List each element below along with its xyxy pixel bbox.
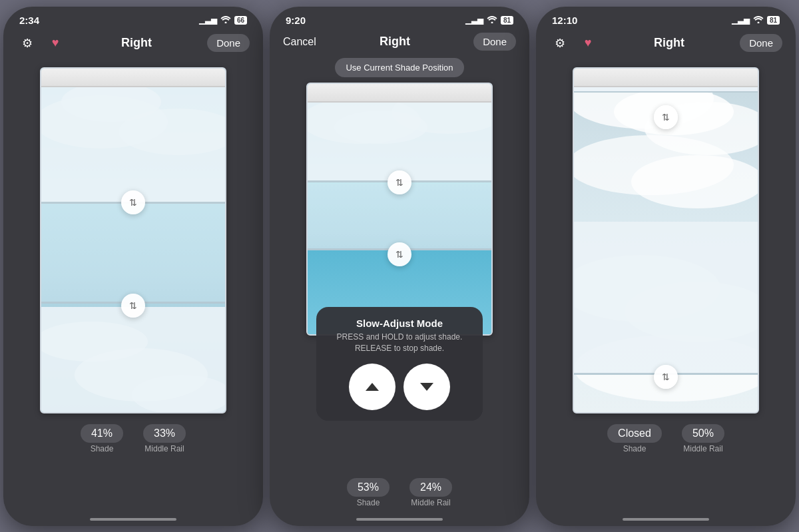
slow-adjust-up-btn[interactable]	[349, 364, 396, 410]
shade-label-3: Shade	[623, 444, 647, 453]
shade-stats-3: Closed Shade 50% Middle Rail	[607, 413, 724, 460]
bottom-panel-1	[41, 307, 225, 413]
status-icons-2: ▁▃▅ 81	[465, 15, 513, 25]
middle-rail-label-3: Middle Rail	[683, 444, 722, 453]
handle-bottom-3[interactable]: ⇅	[654, 365, 678, 389]
shade-label-2: Shade	[357, 498, 380, 507]
svg-point-0	[224, 21, 226, 23]
nav-left-3: ⚙ ♥	[549, 33, 599, 54]
shade-window-1: ⇅ ⇅	[40, 67, 226, 413]
nav-bar-1: ⚙ ♥ Right Done	[3, 29, 263, 61]
status-bar-1: 2:34 ▁▃▅ 66	[3, 7, 263, 29]
battery-1: 66	[234, 16, 247, 25]
status-time-2: 9:20	[286, 15, 306, 26]
nav-bar-2: Cancel Right Done	[270, 29, 529, 58]
phone-content-3: ⇅ ⇅ Closed Shade 50% Middle Rail	[536, 61, 796, 514]
status-icons-1: ▁▃▅ 66	[199, 15, 247, 25]
shade-stat-1: 41% Shade	[81, 424, 123, 453]
nav-bar-3: ⚙ ♥ Right Done	[536, 29, 796, 61]
phone-3: 12:10 ▁▃▅ 81 ⚙ ♥ Right Done	[536, 7, 796, 526]
nav-title-2: Right	[380, 35, 410, 49]
signal-icon-3: ▁▃▅	[732, 15, 750, 25]
gear-icon-3[interactable]: ⚙	[549, 33, 571, 54]
tooltip-popup-2: Slow-Adjust Mode PRESS and HOLD to adjus…	[316, 307, 483, 421]
heart-icon-3[interactable]: ♥	[577, 33, 599, 54]
nav-title-3: Right	[654, 36, 684, 50]
top-panel-3	[574, 87, 758, 93]
status-bar-3: 12:10 ▁▃▅ 81	[536, 7, 796, 29]
signal-icon-2: ▁▃▅	[465, 15, 483, 25]
status-icons-3: ▁▃▅ 81	[732, 15, 780, 25]
middle-rail-value-1: 33%	[143, 424, 186, 443]
shade-label-1: Shade	[91, 444, 114, 453]
middle-rail-value-3: 50%	[682, 424, 724, 443]
phone-content-1: ⇅ ⇅ 41% Shade 33% Middle Rail	[3, 61, 263, 514]
shade-stats-2: 53% Shade 24% Middle Rail	[347, 467, 452, 514]
tooltip-buttons-2	[330, 364, 469, 410]
middle-rail-stat-3: 50% Middle Rail	[682, 424, 724, 453]
shade-value-3: Closed	[607, 424, 662, 443]
shade-value-1: 41%	[81, 424, 123, 443]
shade-header-3	[574, 69, 758, 87]
slow-adjust-down-btn[interactable]	[403, 364, 450, 410]
handle-bottom-1[interactable]: ⇅	[121, 294, 145, 318]
status-time-3: 12:10	[552, 15, 577, 26]
wifi-icon-1	[220, 15, 231, 25]
nav-title-1: Right	[121, 36, 152, 50]
shade-window-2: ⇅ ⇅	[306, 83, 493, 336]
shade-stat-2: 53% Shade	[347, 478, 390, 507]
use-current-btn-2[interactable]: Use Current Shade Position	[335, 58, 463, 77]
mid-panel-3	[574, 222, 758, 375]
middle-rail-value-2: 24%	[409, 478, 452, 497]
cancel-btn-2[interactable]: Cancel	[283, 33, 316, 51]
mid-panel-1	[41, 204, 225, 304]
top-panel-1	[41, 87, 225, 204]
shade-stats-1: 41% Shade 33% Middle Rail	[81, 413, 186, 460]
middle-rail-label-1: Middle Rail	[144, 444, 184, 453]
phone-content-2: Use Current Shade Position ⇅ ⇅ Slow-Ad	[270, 58, 529, 514]
home-indicator-2	[356, 518, 443, 521]
shade-stat-3: Closed Shade	[607, 424, 662, 453]
battery-2: 81	[501, 16, 513, 25]
handle-top-3[interactable]: ⇅	[654, 105, 678, 129]
nav-left-1: ⚙ ♥	[17, 33, 66, 54]
home-indicator-1	[90, 518, 176, 521]
svg-point-2	[757, 21, 759, 23]
done-btn-3[interactable]: Done	[740, 34, 782, 52]
middle-rail-label-2: Middle Rail	[411, 498, 450, 507]
svg-point-1	[491, 21, 493, 23]
handle-top-1[interactable]: ⇅	[121, 190, 145, 214]
tooltip-desc-2: PRESS and HOLD to adjust shade. RELEASE …	[330, 332, 469, 354]
wifi-icon-3	[753, 15, 764, 25]
phone-1: 2:34 ▁▃▅ 66 ⚙ ♥ Right Done	[3, 7, 263, 526]
status-bar-2: 9:20 ▁▃▅ 81	[270, 7, 529, 29]
shade-window-3: ⇅ ⇅	[573, 67, 759, 413]
shade-value-2: 53%	[347, 478, 390, 497]
signal-icon-1: ▁▃▅	[199, 15, 217, 25]
shade-header-2	[308, 84, 491, 103]
middle-rail-stat-2: 24% Middle Rail	[409, 478, 452, 507]
wifi-icon-2	[487, 15, 497, 25]
done-btn-2[interactable]: Done	[473, 33, 516, 51]
done-btn-1[interactable]: Done	[207, 34, 250, 52]
gear-icon-1[interactable]: ⚙	[17, 33, 38, 54]
handle-top-2[interactable]: ⇅	[388, 170, 411, 194]
shade-header-1	[41, 69, 225, 87]
tooltip-title-2: Slow-Adjust Mode	[330, 318, 469, 329]
middle-rail-stat-1: 33% Middle Rail	[143, 424, 186, 453]
home-indicator-3	[623, 518, 709, 521]
phone-2: 9:20 ▁▃▅ 81 Cancel Right Done Use Curren…	[270, 7, 529, 526]
status-time-1: 2:34	[19, 15, 39, 26]
battery-3: 81	[767, 16, 780, 25]
heart-icon-1[interactable]: ♥	[45, 33, 66, 54]
handle-bottom-2[interactable]: ⇅	[388, 242, 411, 266]
